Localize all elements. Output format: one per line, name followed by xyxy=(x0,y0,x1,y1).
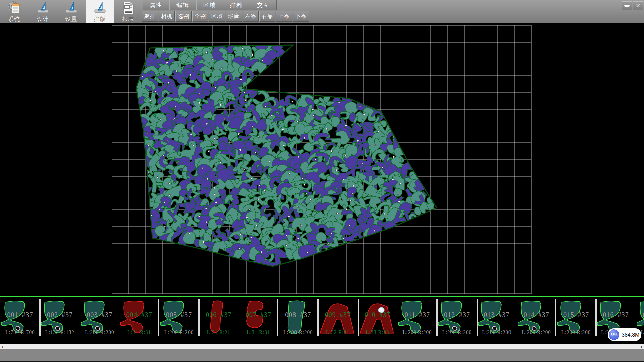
part-thumbnail-004_#37[interactable]: 004_#37L:31 R:31 xyxy=(120,299,159,336)
part-thumbnail-006_#37[interactable]: 006_#37L:21 R:21 xyxy=(199,299,238,336)
app-button-label: 报表 xyxy=(122,15,135,23)
close-icon: ✕ xyxy=(636,3,640,9)
app-button-label: 系统 xyxy=(8,15,20,23)
menu-item-2[interactable]: 编辑 xyxy=(169,0,196,10)
system-gear-icon xyxy=(7,1,21,15)
app-button-label: 排版 xyxy=(94,15,106,23)
part-shape xyxy=(1,299,39,336)
app-button-5[interactable]: 报表 xyxy=(114,0,143,23)
scroll-left-icon[interactable]: ‹ xyxy=(0,344,5,349)
menu-item-1[interactable]: 属性 xyxy=(143,0,169,10)
top-toolbar: 系统设计设置排版报表 属性编辑区域排料交互 聚排相机选割全割区域瑕疵左靠右靠上靠… xyxy=(0,0,644,23)
tool-button-8[interactable]: 右靠 xyxy=(259,11,275,22)
part-thumbnail-010_#37[interactable]: 010_#37L:33 R:33 xyxy=(358,299,397,336)
part-thumbnail-015_#37[interactable]: 015_#37L:200 R:200 xyxy=(557,299,596,336)
part-shape xyxy=(160,299,198,336)
tool-button-10[interactable]: 下靠 xyxy=(293,11,309,22)
part-thumbnail-014_#37[interactable]: 014_#37L:200 R:200 xyxy=(517,299,556,336)
nesting-ruler-icon xyxy=(93,1,107,15)
part-thumbnail-005_#37[interactable]: 005_#37L:200 R:200 xyxy=(160,299,199,336)
memory-progress-pill: 38% 384.8M xyxy=(608,328,641,341)
part-shape xyxy=(279,299,317,336)
part-shape xyxy=(200,299,237,336)
part-shape xyxy=(478,299,516,336)
nesting-canvas[interactable] xyxy=(0,23,644,296)
part-shape xyxy=(41,299,78,336)
part-shape xyxy=(239,299,277,336)
scroll-right-icon[interactable]: › xyxy=(639,344,644,349)
menu-bar: 属性编辑区域排料交互 xyxy=(143,0,277,10)
tool-button-9[interactable]: 上靠 xyxy=(276,11,292,22)
minimize-icon xyxy=(624,5,630,7)
tool-bar: 聚排相机选割全割区域瑕疵左靠右靠上靠下靠 xyxy=(142,11,309,22)
app-button-4[interactable]: 排版 xyxy=(86,0,114,23)
nesting-canvas-svg xyxy=(0,23,644,296)
part-shape xyxy=(359,299,396,336)
part-thumbnail-012_#37[interactable]: 012_#37L:200 R:200 xyxy=(437,299,476,336)
part-thumbnail-001_#37[interactable]: 001_#37L:700 R:700 xyxy=(1,299,40,336)
settings-ruler-icon xyxy=(64,1,78,15)
menu-item-5[interactable]: 交互 xyxy=(250,0,277,10)
status-bar xyxy=(0,349,644,362)
part-thumbnail-008_#37[interactable]: 008_#37L:200 R:200 xyxy=(279,299,318,336)
memory-size-label: 384.8M xyxy=(622,328,639,341)
app-button-2[interactable]: 设计 xyxy=(29,0,57,23)
part-thumbnail-013_#37[interactable]: 013_#37L:200 R:200 xyxy=(477,299,516,336)
tool-button-2[interactable]: 相机 xyxy=(159,11,175,22)
menu-item-3[interactable]: 区域 xyxy=(196,0,223,10)
progress-percent-badge: 38% xyxy=(609,329,619,340)
app-button-group: 系统设计设置排版报表 xyxy=(0,0,143,23)
part-shape xyxy=(557,299,595,336)
horizontal-scrollbar[interactable]: ‹ › xyxy=(0,344,644,349)
part-shape xyxy=(120,299,158,336)
minimize-button[interactable] xyxy=(622,1,632,10)
tool-button-6[interactable]: 瑕疵 xyxy=(226,11,242,22)
menu-item-4[interactable]: 排料 xyxy=(223,0,250,10)
app-button-3[interactable]: 设置 xyxy=(57,0,86,23)
app-button-label: 设计 xyxy=(37,15,49,23)
part-thumbnail-009_#37[interactable]: 009_#37L:32 R:31 xyxy=(318,299,357,336)
design-ruler-icon xyxy=(36,1,50,15)
report-doc-icon xyxy=(121,1,136,15)
part-thumbnail-011_#37[interactable]: 011_#37L:200 R:200 xyxy=(398,299,437,336)
window-controls: ✕ xyxy=(622,1,643,10)
part-thumbnail-003_#37[interactable]: 003_#37L:200 R:200 xyxy=(80,299,119,336)
app-button-label: 设置 xyxy=(65,15,77,23)
tool-button-3[interactable]: 选割 xyxy=(175,11,192,22)
app-button-1[interactable]: 系统 xyxy=(0,0,29,23)
close-button[interactable]: ✕ xyxy=(633,1,643,10)
part-shape xyxy=(518,299,555,336)
tool-button-4[interactable]: 全割 xyxy=(192,11,208,22)
progress-percent-label: 38% xyxy=(610,333,617,337)
part-shape xyxy=(319,299,357,336)
part-shape xyxy=(438,299,476,336)
part-shape xyxy=(81,299,118,336)
tool-button-5[interactable]: 区域 xyxy=(209,11,225,22)
application-window: { "window": { "minimize_icon": "minimize… xyxy=(0,0,644,362)
tool-button-1[interactable]: 聚排 xyxy=(142,11,158,22)
part-shape xyxy=(398,299,436,336)
part-thumbnail-007_#37[interactable]: 007_#37L:31 R:31 xyxy=(239,299,278,336)
tool-button-7[interactable]: 左靠 xyxy=(243,11,259,22)
part-thumbnail-002_#37[interactable]: 002_#37L:132 R:132 xyxy=(40,299,79,336)
parts-thumbnail-strip: 001_#37L:700 R:700002_#37L:132 R:132003_… xyxy=(0,296,644,344)
